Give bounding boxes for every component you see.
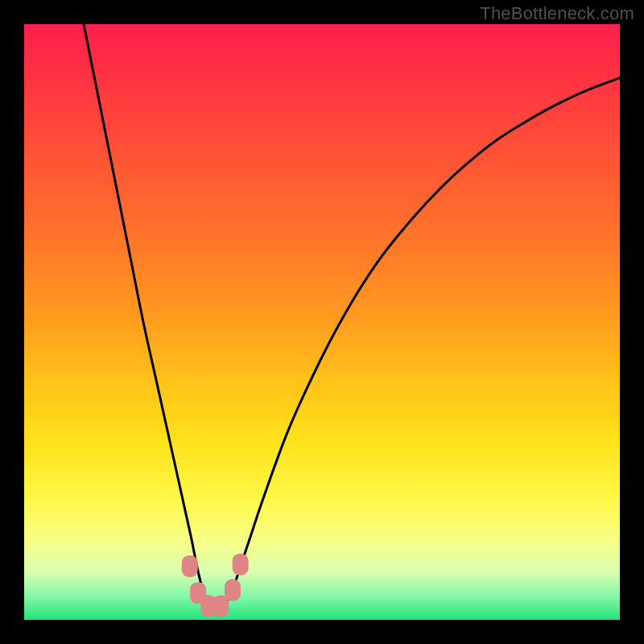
- plot-svg: [24, 24, 620, 620]
- curve-marker: [225, 580, 241, 601]
- curve-marker: [213, 595, 229, 617]
- watermark-text: TheBottleneck.com: [480, 3, 634, 24]
- curve-marker: [233, 554, 249, 576]
- curve-marker: [182, 555, 198, 577]
- gradient-background: [24, 24, 620, 620]
- chart-frame: TheBottleneck.com: [0, 0, 644, 644]
- plot-area: [24, 24, 620, 620]
